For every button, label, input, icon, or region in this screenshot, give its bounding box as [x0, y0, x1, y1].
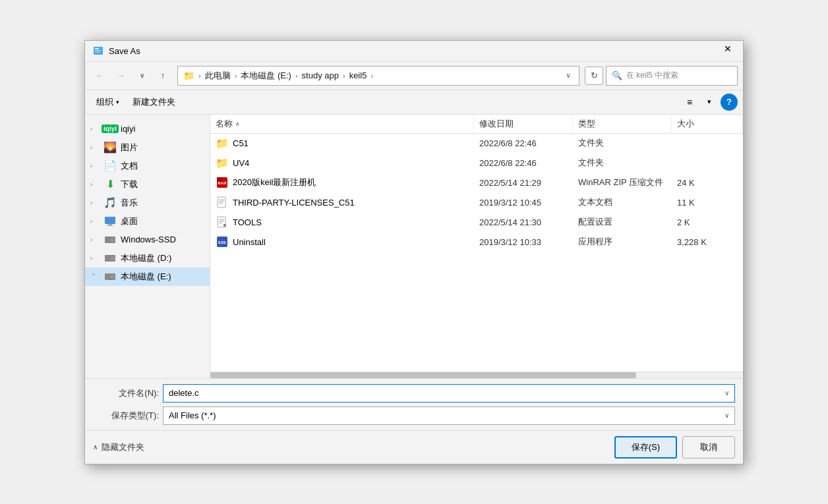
view-toggle-button[interactable]: ≡	[681, 94, 698, 111]
search-icon: 🔍	[612, 70, 622, 80]
cfg-icon-tools	[216, 215, 229, 229]
file-date-keil2020: 2022/5/14 21:29	[474, 177, 573, 189]
sidebar-label-pictures: 图片	[121, 142, 204, 154]
filetype-dropdown-arrow: ∨	[724, 412, 729, 419]
file-date-c51: 2022/6/8 22:46	[474, 137, 573, 150]
up-button[interactable]: ↑	[154, 67, 172, 85]
sidebar-item-downloads[interactable]: › ⬇ 下载	[85, 175, 210, 194]
filetype-label: 保存类型(T):	[93, 410, 159, 422]
expand-arrow-drive-e: ›	[90, 273, 97, 280]
sidebar-item-pictures[interactable]: › 🌄 图片	[85, 138, 210, 157]
expand-arrow-downloads: ›	[90, 181, 97, 188]
sidebar-icon-drive-d	[104, 252, 117, 265]
address-dropdown-button[interactable]: ∨	[563, 70, 574, 81]
svg-rect-6	[107, 225, 113, 226]
cancel-button[interactable]: 取消	[682, 436, 735, 459]
file-row-uv4[interactable]: 📁 UV4 2022/6/8 22:46 文件夹	[210, 154, 743, 173]
title-bar-icon	[93, 45, 104, 56]
svg-text:RAR: RAR	[218, 181, 227, 185]
view-dropdown-button[interactable]: ▾	[701, 94, 718, 111]
file-row-third-party[interactable]: THIRD-PARTY-LICENSES_C51 2019/3/12 10:45…	[210, 193, 743, 213]
new-folder-button[interactable]: 新建文件夹	[127, 93, 181, 111]
svg-text:EXE: EXE	[218, 240, 226, 244]
sidebar-item-desktop[interactable]: › 桌面	[85, 212, 210, 231]
file-name-keil2020: RAR 2020版keil最新注册机	[210, 175, 474, 190]
dropdown-nav-button[interactable]: ∨	[133, 67, 151, 85]
sidebar-item-drive-e[interactable]: › 本地磁盘 (E:)	[85, 267, 210, 286]
hide-folders-button[interactable]: ∧ 隐藏文件夹	[93, 441, 144, 453]
scrollbar-track[interactable]	[210, 372, 743, 378]
file-type-keil2020: WinRAR ZIP 压缩文件	[573, 175, 672, 190]
file-row-c51[interactable]: 📁 C51 2022/6/8 22:46 文件夹	[210, 134, 743, 154]
file-name-tools: TOOLS	[210, 214, 474, 230]
file-row-keil2020[interactable]: RAR 2020版keil最新注册机 2022/5/14 21:29 WinRA…	[210, 173, 743, 193]
filename-input[interactable]: delete.c ∨	[163, 384, 735, 403]
file-row-tools[interactable]: TOOLS 2022/5/14 21:30 配置设置 2 K	[210, 213, 743, 233]
sidebar-item-iqiyi[interactable]: › iqiyi iqiyi	[85, 120, 210, 138]
title-bar: Save As ✕	[85, 41, 743, 62]
bottom-bar: 文件名(N): delete.c ∨ 保存类型(T): All Files (*…	[85, 378, 743, 430]
filename-dropdown-arrow[interactable]: ∨	[724, 389, 729, 397]
file-size-third-party: 11 K	[672, 196, 743, 209]
expand-arrow-windows-ssd: ›	[90, 237, 97, 243]
svg-point-12	[112, 258, 113, 259]
sidebar-item-windows-ssd[interactable]: › Windows-SSD	[85, 231, 210, 249]
file-size-uninstall: 3,228 K	[672, 236, 743, 248]
scrollbar-thumb[interactable]	[210, 372, 636, 378]
sidebar-item-documents[interactable]: › 📄 文档	[85, 157, 210, 175]
sidebar-icon-music: 🎵	[104, 196, 117, 210]
breadcrumb-item-3: keil5	[349, 70, 367, 80]
file-list-header: 名称 ∧ 修改日期 类型 大小	[210, 115, 743, 134]
rar-icon-keil2020: RAR	[216, 176, 229, 189]
footer-buttons: 保存(S) 取消	[614, 436, 735, 459]
column-header-name[interactable]: 名称 ∧	[210, 115, 474, 133]
svg-rect-22	[219, 203, 223, 204]
address-bar[interactable]: 📁 › 此电脑 › 本地磁盘 (E:) › study app › keil5 …	[177, 66, 579, 86]
hide-folders-arrow: ∧	[93, 443, 98, 451]
sidebar-label-documents: 文档	[121, 160, 204, 172]
forward-button[interactable]: →	[111, 67, 130, 85]
sidebar-icon-pictures: 🌄	[104, 141, 117, 154]
file-size-uv4	[672, 161, 743, 164]
expand-arrow-music: ›	[90, 200, 97, 206]
svg-point-9	[112, 239, 113, 240]
file-type-c51: 文件夹	[573, 136, 672, 150]
file-size-c51	[672, 142, 743, 144]
svg-rect-3	[95, 52, 100, 53]
expand-arrow-documents: ›	[90, 163, 97, 169]
expand-arrow-iqiyi: ›	[90, 126, 97, 132]
filetype-dropdown[interactable]: All Files (*.*) ∨	[163, 406, 735, 425]
footer: ∧ 隐藏文件夹 保存(S) 取消	[85, 430, 743, 464]
breadcrumb-item-1: 本地磁盘 (E:)	[241, 70, 291, 82]
search-bar[interactable]: 🔍 在 keil5 中搜索	[606, 66, 738, 86]
main-content: › iqiyi iqiyi › 🌄 图片 › 📄 文档 › ⬇	[85, 115, 743, 378]
help-button[interactable]: ?	[721, 94, 738, 111]
column-header-size[interactable]: 大小	[672, 115, 743, 133]
expand-arrow-drive-d: ›	[90, 255, 97, 262]
column-header-type[interactable]: 类型	[573, 115, 672, 133]
column-header-date[interactable]: 修改日期	[474, 115, 573, 133]
sidebar-item-music[interactable]: › 🎵 音乐	[85, 194, 210, 212]
help-label: ?	[726, 97, 732, 107]
save-button[interactable]: 保存(S)	[614, 436, 677, 459]
back-button[interactable]: ←	[90, 67, 109, 85]
svg-rect-2	[95, 50, 102, 51]
sidebar-label-windows-ssd: Windows-SSD	[121, 235, 204, 244]
filename-value: delete.c	[169, 388, 199, 398]
svg-rect-4	[105, 217, 115, 224]
sidebar-label-drive-e: 本地磁盘 (E:)	[121, 271, 204, 283]
close-button[interactable]: ✕	[713, 38, 743, 59]
sort-arrow-name: ∧	[235, 121, 240, 127]
file-date-third-party: 2019/3/12 10:45	[474, 196, 573, 209]
filename-row: 文件名(N): delete.c ∨	[93, 384, 735, 403]
new-folder-label: 新建文件夹	[133, 96, 175, 108]
column-date-label: 修改日期	[479, 118, 514, 130]
txt-icon-third-party	[216, 196, 229, 209]
view-icon: ≡	[687, 97, 692, 107]
sidebar-item-drive-d[interactable]: › 本地磁盘 (D:)	[85, 249, 210, 267]
organize-button[interactable]: 组织 ▾	[90, 93, 125, 111]
svg-rect-26	[219, 223, 222, 223]
file-row-uninstall[interactable]: EXE Uninstall 2019/3/12 10:33 应用程序 3,228…	[210, 233, 743, 252]
refresh-button[interactable]: ↻	[585, 67, 603, 85]
hide-folders-label: 隐藏文件夹	[102, 441, 144, 453]
